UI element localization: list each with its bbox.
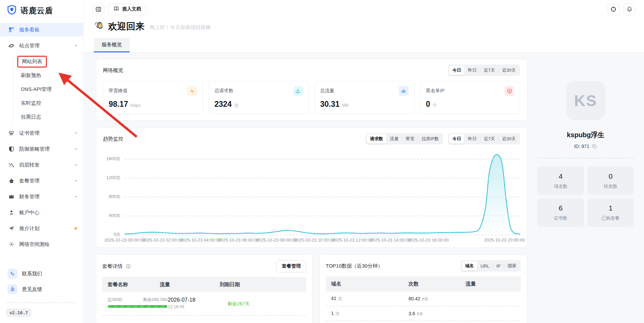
sidebar-item-sites[interactable]: 站点管理 <box>0 39 83 52</box>
sidebar-item-certificates[interactable]: 证书管理 <box>0 126 83 140</box>
chart-plot-area <box>125 154 520 234</box>
sidebar-item-cyberspace-mapping[interactable]: 网络空间测绘 <box>0 238 83 251</box>
forward-curve-icon <box>8 162 15 168</box>
column-header: 次数 <box>408 281 465 287</box>
sidebar-item-label: 四层转发 <box>19 162 39 168</box>
y-tick-label: 800次 <box>109 194 120 200</box>
top10-row: 41次 80.42KB <box>326 292 521 306</box>
metric-bandwidth[interactable]: 带宽 <box>402 134 418 144</box>
contact-us-label: 联系我们 <box>22 271 42 277</box>
chevron-down-icon <box>74 163 78 167</box>
sidebar-subitem-block-log[interactable]: 拉黑日志 <box>21 110 83 124</box>
sidebar-item-label: 套餐管理 <box>19 178 39 184</box>
plan-remaining: 剩余299.76G <box>143 297 168 303</box>
feedback[interactable]: 意见反馈 <box>0 281 83 297</box>
plan-manage-button[interactable]: 套餐管理 <box>276 260 306 272</box>
user-icon <box>8 209 15 216</box>
range-7d[interactable]: 近7天 <box>480 66 498 75</box>
plan-total: 总300G <box>108 297 122 303</box>
sidebar-item-label: 证书管理 <box>19 130 39 136</box>
brand-name: 语鹿云盾 <box>21 5 53 16</box>
contact-us[interactable]: 联系我们 <box>0 266 83 281</box>
stat-card-total-traffic: 总流量 30.31 MB <box>315 81 414 114</box>
docs-button[interactable]: 接入文档 <box>108 3 146 15</box>
stat-value: 2324 <box>214 100 232 109</box>
top10-dimension-switcher: 域名 URL IP 国家 <box>461 260 521 272</box>
traffic-progress-bar <box>108 305 168 308</box>
metric-traffic[interactable]: 流量 <box>386 134 402 144</box>
x-tick-label: 2025-10-23 10:00:00 <box>294 238 335 243</box>
main-area: 接入文档 欢迎回来 晚上好！今天你表现得很棒 服务概览 <box>84 0 644 323</box>
dim-ip[interactable]: IP <box>493 262 504 270</box>
gridline <box>125 216 520 216</box>
docs-button-label: 接入文档 <box>122 6 141 12</box>
planet-icon <box>8 43 15 49</box>
book-icon <box>113 6 119 13</box>
column-header: 套餐名称 <box>108 281 160 288</box>
app-root: 语鹿云盾 服务看板 站点管理 网站列表 <box>0 0 644 323</box>
sidebar-item-account-center[interactable]: 账户中心 <box>0 206 83 219</box>
notifications-button[interactable] <box>623 3 635 15</box>
trend-monitor-card: 趋势监控 请求数 流量 带宽 拉黑IP数 今日 昨日 <box>96 127 527 248</box>
gridline <box>125 159 520 159</box>
sidebar-footer: 联系我们 意见反馈 v2.10.7 <box>0 266 83 323</box>
sidebar-item-finance[interactable]: 财务管理 <box>0 190 83 203</box>
plan-quota-cell: 总300G 剩余299.76G <box>108 297 168 308</box>
sidebar-item-plans[interactable]: 套餐管理 <box>0 174 83 188</box>
stat-label: 带宽峰值 <box>109 88 128 94</box>
phone-icon <box>7 269 18 279</box>
dim-url[interactable]: URL <box>477 262 493 270</box>
version-badge: v2.10.7 <box>6 308 31 317</box>
trend-range-switcher: 今日 昨日 近7天 近30天 <box>448 133 520 145</box>
range-7d[interactable]: 近7天 <box>480 134 498 144</box>
metric-requests[interactable]: 请求数 <box>367 134 386 144</box>
range-today[interactable]: 今日 <box>449 134 464 144</box>
dim-domain[interactable]: 域名 <box>462 261 477 271</box>
shield-icon <box>8 146 15 152</box>
stat-unit: 个 <box>433 102 437 108</box>
metric-blocked-ip[interactable]: 拉黑IP数 <box>418 134 442 144</box>
range-yesterday[interactable]: 昨日 <box>464 134 480 144</box>
sidebar-subitem-dns-api[interactable]: DNS-API管理 <box>21 82 83 96</box>
plan-table-row: 总300G 剩余299.76G 2026-07-18 12:16:49 剩余26… <box>102 292 306 316</box>
sidebar-subitem-refresh-preheat[interactable]: 刷新预热 <box>21 69 83 82</box>
copy-icon[interactable] <box>592 144 597 149</box>
welcome-subtitle: 晚上好！今天你表现得很棒 <box>150 22 211 31</box>
profile-stat-forwards: 0 转发数 <box>587 167 634 195</box>
range-30d[interactable]: 近30天 <box>499 66 519 75</box>
sidebar-item-layer4-forward[interactable]: 四层转发 <box>0 158 83 172</box>
content: 网络概览 今日 昨日 近7天 近30天 带宽 <box>84 53 644 323</box>
pulse-icon <box>187 86 197 96</box>
annotation-red-box: 网站列表 <box>17 56 47 68</box>
profile-stat-plans: 1 已购套餐 <box>587 198 634 227</box>
stat-card-blacklist-ip: 黑名单IP 0 个 <box>420 81 520 114</box>
top10-row: 1次 3.6KB <box>326 306 521 321</box>
top10-card: TOP10数据（近30分钟） 域名 URL IP 国家 域名 <box>319 254 527 323</box>
sidebar-item-label: 推介计划 <box>19 225 39 232</box>
trend-title: 趋势监控 <box>103 136 123 142</box>
range-yesterday[interactable]: 昨日 <box>464 66 480 75</box>
overview-range-switcher: 今日 昨日 近7天 近30天 <box>448 65 520 76</box>
profile-divider <box>537 158 634 158</box>
x-tick-label: 2025-10-23 04:00:00 <box>180 238 221 243</box>
bottom-row: 套餐详情 套餐管理 套餐名称 流量 到期日期 <box>96 254 527 323</box>
range-30d[interactable]: 近30天 <box>499 134 519 144</box>
chevron-down-icon <box>74 179 78 183</box>
fullscreen-button[interactable] <box>608 3 619 15</box>
stat-unit: MB <box>342 103 349 108</box>
trend-metric-switcher: 请求数 流量 带宽 拉黑IP数 <box>366 133 443 145</box>
stat-unit: 次 <box>234 102 238 108</box>
sidebar-item-referral[interactable]: 推介计划 <box>0 222 83 235</box>
stat-label: 黑名单IP <box>426 88 445 94</box>
top10-row: 1次 349B <box>326 321 521 323</box>
range-today[interactable]: 今日 <box>449 66 464 75</box>
x-tick-label: 2025-10-23 12:00:00 <box>332 238 373 243</box>
sidebar-item-dashboard[interactable]: 服务看板 <box>0 23 83 36</box>
tab-service-overview[interactable]: 服务概览 <box>94 38 130 52</box>
sidebar-subitem-website-list[interactable]: 网站列表 <box>21 55 83 69</box>
collapse-sidebar-button[interactable] <box>92 3 104 15</box>
dim-country[interactable]: 国家 <box>504 261 520 271</box>
sidebar-subitem-realtime-monitor[interactable]: 实时监控 <box>21 96 83 110</box>
profile-stat-domains: 4 域名数 <box>537 167 584 195</box>
sidebar-item-defense-policy[interactable]: 防御策略管理 <box>0 142 83 156</box>
